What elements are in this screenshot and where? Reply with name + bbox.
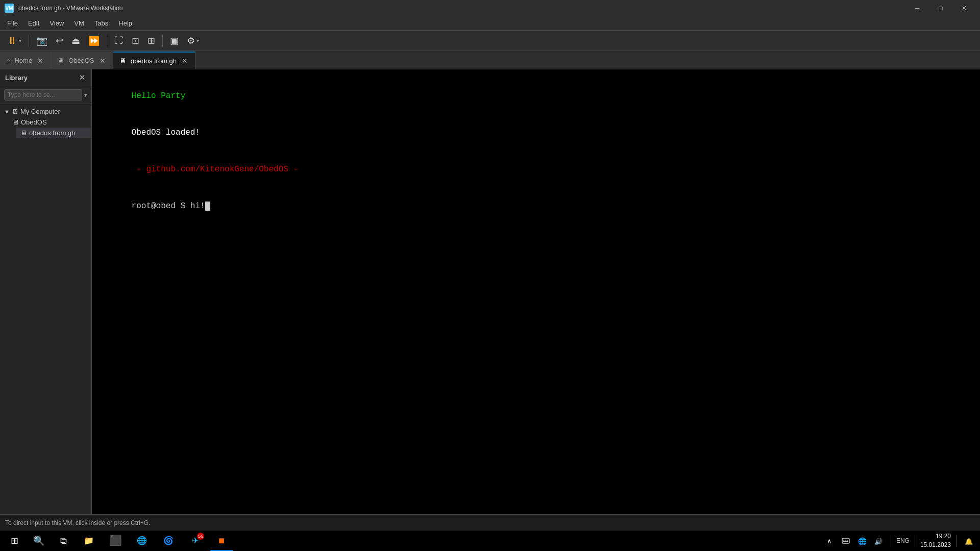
pause-icon: ⏸ bbox=[7, 35, 17, 46]
suspend-button[interactable]: ⏏ bbox=[68, 33, 83, 48]
terminal-line-2: ObedOS loaded! bbox=[102, 114, 970, 151]
fit-button[interactable]: ⊞ bbox=[144, 33, 158, 48]
menu-tabs[interactable]: Tabs bbox=[89, 17, 113, 29]
titlebar: VM obedos from gh - VMware Workstation ─… bbox=[0, 0, 980, 16]
tab-obedos-close[interactable]: ✕ bbox=[99, 57, 107, 65]
tree-item-my-computer[interactable]: ▼ 🖥 My Computer bbox=[0, 106, 91, 117]
tab-obedos[interactable]: 🖥 ObedOS ✕ bbox=[51, 52, 113, 69]
clock-time: 19:20 bbox=[920, 532, 951, 541]
notification-button[interactable]: 🔔 bbox=[962, 534, 976, 548]
menu-vm[interactable]: VM bbox=[69, 17, 89, 29]
unity-button[interactable]: ⊡ bbox=[129, 33, 142, 48]
tree-expand-icon: ▼ bbox=[4, 109, 10, 115]
systray-expand[interactable]: ∧ bbox=[822, 534, 837, 548]
unity-icon: ⊡ bbox=[132, 35, 139, 46]
taskbar-terminal[interactable]: ⬛ bbox=[104, 531, 127, 551]
menubar: File Edit View VM Tabs Help bbox=[0, 16, 980, 31]
svg-text:🌐: 🌐 bbox=[858, 537, 866, 545]
telegram-badge: 56 bbox=[197, 533, 204, 540]
menu-help[interactable]: Help bbox=[113, 17, 137, 29]
tree-my-computer-label: My Computer bbox=[20, 108, 60, 115]
tab-obedos-label: ObedOS bbox=[68, 57, 94, 64]
systray-separator bbox=[891, 535, 891, 547]
terminal-line-4: root@obed $ hi! bbox=[102, 188, 970, 224]
titlebar-controls: ─ □ ✕ bbox=[905, 0, 976, 16]
sidebar-search-area: ▾ bbox=[0, 86, 91, 104]
fullscreen-button[interactable]: ⛶ bbox=[111, 33, 127, 48]
terminal-area[interactable]: Hello Party ObedOS loaded! - github.com/… bbox=[92, 69, 980, 514]
start-icon: ⊞ bbox=[11, 535, 18, 546]
tab-home[interactable]: ⌂ Home ✕ bbox=[0, 52, 51, 69]
taskbar-vmware[interactable]: ■ bbox=[210, 531, 233, 551]
resume-button[interactable]: ⏩ bbox=[85, 33, 103, 48]
sidebar-title: Library bbox=[5, 74, 28, 82]
taskbar-edge[interactable]: 🌀 bbox=[157, 531, 180, 551]
svg-rect-6 bbox=[843, 541, 848, 542]
terminal-icon: ▣ bbox=[170, 35, 179, 46]
snapshot-icon: 📷 bbox=[36, 35, 47, 46]
revert-button[interactable]: ↩ bbox=[53, 33, 66, 48]
svg-rect-3 bbox=[843, 540, 844, 541]
titlebar-title: obedos from gh - VMware Workstation bbox=[18, 5, 123, 12]
sidebar: Library ✕ ▾ ▼ 🖥 My Computer 🖥 ObedOS 🖥 o… bbox=[0, 69, 92, 514]
systray-network[interactable]: 🌐 bbox=[855, 534, 869, 548]
systray-keyboard[interactable] bbox=[839, 534, 853, 548]
revert-icon: ↩ bbox=[56, 35, 63, 46]
toolbar-separator-1 bbox=[29, 35, 29, 47]
systray-volume[interactable]: 🔊 bbox=[871, 534, 886, 548]
vmware-taskbar-icon: ■ bbox=[218, 535, 225, 546]
svg-text:🔊: 🔊 bbox=[874, 537, 883, 545]
clock-separator bbox=[915, 535, 915, 547]
tree-item-obedos-gh[interactable]: 🖥 obedos from gh bbox=[16, 128, 91, 138]
terminal-line-3: - github.com/KitenokGene/ObedOS - bbox=[102, 151, 970, 188]
menu-view[interactable]: View bbox=[44, 17, 69, 29]
search-button[interactable]: 🔍 bbox=[29, 531, 49, 551]
taskview-button[interactable]: ⧉ bbox=[53, 531, 74, 551]
taskbar-explorer[interactable]: 📁 bbox=[78, 531, 100, 551]
maximize-button[interactable]: □ bbox=[929, 0, 952, 16]
search-icon: 🔍 bbox=[33, 535, 44, 546]
content-area: Library ✕ ▾ ▼ 🖥 My Computer 🖥 ObedOS 🖥 o… bbox=[0, 69, 980, 514]
obedos-gh-tab-icon: 🖥 bbox=[119, 57, 127, 65]
systray: ∧ 🌐 🔊 bbox=[822, 534, 886, 548]
svg-rect-2 bbox=[842, 538, 849, 543]
menu-edit[interactable]: Edit bbox=[23, 17, 44, 29]
tree-obedos-gh-label: obedos from gh bbox=[29, 129, 75, 137]
menu-file[interactable]: File bbox=[2, 17, 23, 29]
resume-icon: ⏩ bbox=[88, 35, 100, 46]
minimize-button[interactable]: ─ bbox=[905, 0, 929, 16]
sidebar-tree: ▼ 🖥 My Computer 🖥 ObedOS 🖥 obedos from g… bbox=[0, 104, 91, 514]
tree-obedos-label: ObedOS bbox=[21, 118, 47, 126]
tabbar: ⌂ Home ✕ 🖥 ObedOS ✕ 🖥 obedos from gh ✕ bbox=[0, 51, 980, 69]
tab-obedos-gh[interactable]: 🖥 obedos from gh ✕ bbox=[113, 52, 195, 69]
close-button[interactable]: ✕ bbox=[952, 0, 976, 16]
clock[interactable]: 19:20 15.01.2023 bbox=[920, 532, 951, 549]
svg-text:🔔: 🔔 bbox=[965, 537, 973, 545]
taskbar: ⊞ 🔍 ⧉ 📁 ⬛ 🌐 🌀 ✈ 56 ■ ∧ bbox=[0, 531, 980, 551]
taskbar-telegram[interactable]: ✈ 56 bbox=[184, 531, 206, 551]
settings-dropdown-icon: ▾ bbox=[197, 38, 199, 43]
terminal-cursor bbox=[205, 202, 210, 211]
tree-vm-icon-1: 🖥 bbox=[12, 118, 19, 126]
start-button[interactable]: ⊞ bbox=[4, 531, 24, 551]
taskbar-chrome[interactable]: 🌐 bbox=[131, 531, 153, 551]
tree-item-obedos[interactable]: 🖥 ObedOS bbox=[8, 117, 91, 128]
svg-rect-4 bbox=[845, 540, 846, 541]
terminal-button[interactable]: ▣ bbox=[167, 33, 182, 48]
snapshot-button[interactable]: 📷 bbox=[33, 33, 51, 48]
tab-home-close[interactable]: ✕ bbox=[36, 57, 44, 65]
sidebar-search-input[interactable] bbox=[4, 89, 82, 101]
suspend-icon: ⏏ bbox=[71, 35, 80, 46]
svg-text:VM: VM bbox=[6, 6, 13, 11]
sidebar-search-dropdown-icon[interactable]: ▾ bbox=[84, 92, 87, 98]
terminal-loaded: ObedOS loaded! bbox=[132, 128, 200, 137]
terminal-line-1: Hello Party bbox=[102, 78, 970, 114]
settings-button[interactable]: ⚙ ▾ bbox=[184, 33, 202, 48]
sidebar-close-button[interactable]: ✕ bbox=[78, 73, 86, 82]
obedos-tab-icon: 🖥 bbox=[57, 57, 64, 65]
pause-dropdown-icon: ▾ bbox=[19, 38, 21, 43]
tab-obedos-gh-close[interactable]: ✕ bbox=[181, 57, 189, 65]
pause-button[interactable]: ⏸ ▾ bbox=[4, 33, 24, 48]
clock-date: 15.01.2023 bbox=[920, 541, 951, 549]
language-indicator[interactable]: ENG bbox=[896, 537, 910, 544]
